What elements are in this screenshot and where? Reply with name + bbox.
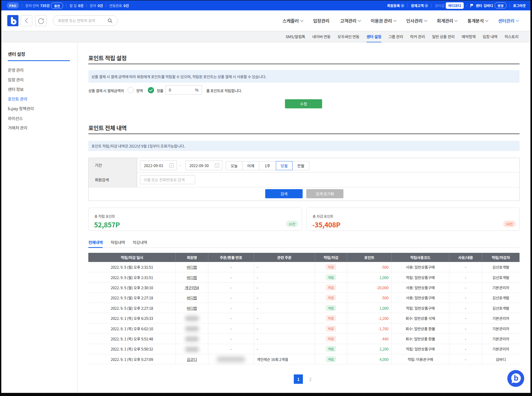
svg-text:b: b	[514, 372, 518, 383]
